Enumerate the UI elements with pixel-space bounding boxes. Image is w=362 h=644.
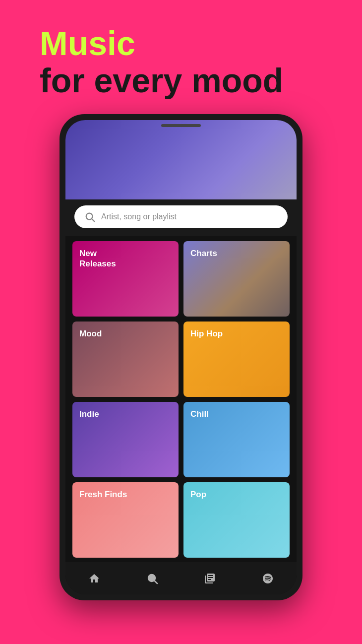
bottom-nav — [65, 563, 297, 594]
music-label: Music — [40, 25, 322, 62]
search-placeholder: Artist, song or playlist — [101, 212, 177, 221]
search-bar[interactable]: Artist, song or playlist — [74, 205, 288, 228]
grid-item-charts[interactable]: Charts — [183, 241, 290, 317]
nav-item-search[interactable] — [138, 569, 166, 588]
phone-mockup: Artist, song or playlist NewReleases Cha… — [60, 114, 302, 600]
grid-item-hip-hop[interactable]: Hip Hop — [183, 322, 290, 397]
nav-item-spotify[interactable] — [254, 569, 282, 588]
svg-line-1 — [92, 219, 94, 221]
home-icon — [88, 573, 100, 584]
grid-item-pop[interactable]: Pop — [183, 482, 290, 558]
pop-label: Pop — [190, 489, 206, 500]
library-icon — [204, 573, 216, 584]
fresh-finds-label: Fresh Finds — [79, 489, 127, 500]
header-section: Music for every mood — [0, 0, 362, 114]
grid-item-indie[interactable]: Indie — [72, 402, 179, 477]
phone-screen: Artist, song or playlist NewReleases Cha… — [65, 120, 297, 594]
phone-notch — [161, 124, 201, 127]
spotify-icon — [262, 573, 274, 584]
nav-item-home[interactable] — [80, 569, 108, 588]
svg-line-3 — [154, 581, 157, 584]
new-releases-label: NewReleases — [79, 248, 116, 269]
chill-label: Chill — [190, 409, 209, 419]
subtitle-label: for every mood — [40, 62, 322, 99]
grid-item-mood[interactable]: Mood — [72, 322, 179, 397]
charts-label: Charts — [190, 248, 217, 258]
grid-item-chill[interactable]: Chill — [183, 402, 290, 477]
screen-header-gradient — [65, 120, 297, 199]
grid-item-new-releases[interactable]: NewReleases — [72, 241, 179, 317]
grid-item-fresh-finds[interactable]: Fresh Finds — [72, 482, 179, 558]
search-icon — [84, 211, 95, 222]
search-nav-icon — [146, 573, 158, 584]
nav-item-library[interactable] — [196, 569, 224, 588]
search-bar-container: Artist, song or playlist — [65, 199, 297, 236]
hip-hop-label: Hip Hop — [190, 328, 223, 339]
indie-label: Indie — [79, 409, 99, 419]
mood-label: Mood — [79, 328, 102, 339]
category-grid: NewReleases Charts Mood Hip Hop Indie Ch… — [65, 236, 297, 563]
